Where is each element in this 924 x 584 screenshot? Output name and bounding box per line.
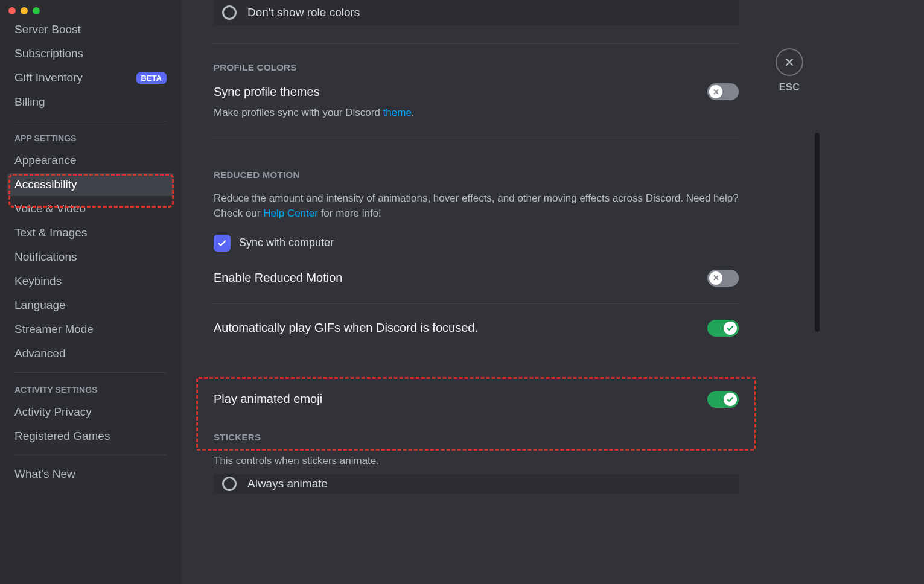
sidebar-item-label: Language bbox=[14, 299, 66, 312]
check-icon bbox=[724, 322, 737, 335]
divider bbox=[214, 303, 739, 304]
sidebar-item-label: Text & Images bbox=[14, 226, 87, 240]
radio-option-dont-show-role-colors[interactable]: Don't show role colors bbox=[214, 0, 739, 25]
setting-title: Automatically play GIFs when Discord is … bbox=[214, 321, 478, 335]
section-title-stickers: STICKERS bbox=[214, 432, 739, 442]
sidebar-item-appearance[interactable]: Appearance bbox=[7, 149, 174, 172]
sidebar-item-label: Appearance bbox=[14, 154, 76, 167]
toggle-play-animated-emoji[interactable] bbox=[707, 391, 739, 408]
sidebar-item-label: Billing bbox=[14, 95, 45, 109]
close-icon bbox=[783, 56, 795, 68]
desc-text: Make profiles sync with your Discord bbox=[214, 107, 383, 118]
desc-text: . bbox=[412, 107, 415, 118]
section-header-app-settings: APP SETTINGS bbox=[7, 129, 174, 148]
setting-sync-profile-themes: Sync profile themes ✕ bbox=[214, 83, 739, 100]
radio-unchecked-icon bbox=[222, 477, 237, 491]
sidebar-item-label: Keybinds bbox=[14, 275, 62, 288]
divider bbox=[214, 139, 739, 139]
x-icon: ✕ bbox=[709, 85, 722, 98]
divider bbox=[214, 43, 739, 44]
theme-link[interactable]: theme bbox=[383, 107, 412, 118]
sidebar-item-activity-privacy[interactable]: Activity Privacy bbox=[7, 401, 174, 424]
sidebar-item-label: Server Boost bbox=[14, 23, 81, 36]
checkbox-label: Sync with computer bbox=[239, 236, 334, 249]
sidebar-item-registered-games[interactable]: Registered Games bbox=[7, 425, 174, 448]
scrollbar-track[interactable] bbox=[815, 0, 820, 584]
toggle-sync-profile-themes[interactable]: ✕ bbox=[707, 83, 739, 100]
setting-description: Make profiles sync with your Discord the… bbox=[214, 105, 739, 121]
close-button[interactable] bbox=[776, 48, 803, 76]
check-icon bbox=[724, 393, 737, 406]
section-header-activity-settings: ACTIVITY SETTINGS bbox=[7, 380, 174, 399]
sidebar-item-label: Voice & Video bbox=[14, 202, 86, 215]
setting-title: Enable Reduced Motion bbox=[214, 271, 342, 285]
close-pane: ESC bbox=[776, 48, 803, 93]
sidebar-item-accessibility[interactable]: Accessibility bbox=[7, 173, 174, 196]
sidebar-item-billing[interactable]: Billing bbox=[7, 90, 174, 113]
help-center-link[interactable]: Help Center bbox=[263, 208, 318, 219]
sidebar-item-keybinds[interactable]: Keybinds bbox=[7, 270, 174, 293]
sidebar-item-label: Streamer Mode bbox=[14, 323, 94, 336]
setting-title: Play animated emoji bbox=[214, 392, 322, 406]
traffic-light-close[interactable] bbox=[8, 7, 16, 14]
traffic-light-maximize[interactable] bbox=[33, 7, 40, 14]
sidebar-item-notifications[interactable]: Notifications bbox=[7, 246, 174, 268]
sidebar-item-label: Activity Privacy bbox=[14, 405, 92, 419]
x-icon: ✕ bbox=[709, 271, 722, 285]
setting-enable-reduced-motion: Enable Reduced Motion ✕ bbox=[214, 270, 739, 287]
sidebar-item-label: Gift Inventory bbox=[14, 71, 83, 84]
sidebar-item-label: Registered Games bbox=[14, 430, 110, 443]
radio-unchecked-icon bbox=[222, 5, 237, 20]
setting-auto-play-gifs: Automatically play GIFs when Discord is … bbox=[214, 320, 739, 337]
sidebar-item-label: Subscriptions bbox=[14, 47, 83, 60]
close-label: ESC bbox=[779, 82, 800, 93]
sidebar-item-label: Notifications bbox=[14, 250, 77, 264]
toggle-auto-play-gifs[interactable] bbox=[707, 320, 739, 337]
sidebar-item-whats-new[interactable]: What's New bbox=[7, 463, 174, 486]
radio-label: Always animate bbox=[247, 477, 328, 490]
scrollbar-thumb[interactable] bbox=[815, 133, 820, 332]
sidebar-item-label: What's New bbox=[14, 468, 75, 481]
setting-play-animated-emoji: Play animated emoji bbox=[214, 391, 739, 408]
checkbox-checked-icon bbox=[214, 235, 231, 252]
setting-description: Reduce the amount and intensity of anima… bbox=[214, 191, 739, 221]
setting-description: This controls when stickers animate. bbox=[214, 453, 739, 469]
traffic-light-minimize[interactable] bbox=[21, 7, 28, 14]
settings-main: Don't show role colors PROFILE COLORS Sy… bbox=[181, 0, 924, 584]
setting-title: Sync profile themes bbox=[214, 85, 320, 99]
checkbox-sync-with-computer[interactable]: Sync with computer bbox=[214, 235, 739, 252]
sidebar-item-language[interactable]: Language bbox=[7, 294, 174, 317]
beta-badge: BETA bbox=[136, 72, 167, 84]
radio-label: Don't show role colors bbox=[247, 6, 360, 19]
divider bbox=[14, 455, 167, 455]
sidebar-item-advanced[interactable]: Advanced bbox=[7, 342, 174, 365]
section-title-reduced-motion: REDUCED MOTION bbox=[214, 170, 739, 180]
sidebar-item-text-images[interactable]: Text & Images bbox=[7, 221, 174, 244]
settings-sidebar: Server Boost Subscriptions Gift Inventor… bbox=[0, 0, 181, 584]
divider bbox=[14, 121, 167, 121]
sidebar-item-streamer-mode[interactable]: Streamer Mode bbox=[7, 318, 174, 341]
toggle-enable-reduced-motion[interactable]: ✕ bbox=[707, 270, 739, 287]
sidebar-item-gift-inventory[interactable]: Gift Inventory BETA bbox=[7, 66, 174, 89]
divider bbox=[14, 372, 167, 373]
sidebar-item-label: Advanced bbox=[14, 347, 66, 360]
section-title-profile-colors: PROFILE COLORS bbox=[214, 62, 739, 72]
sidebar-item-server-boost[interactable]: Server Boost bbox=[7, 18, 174, 41]
window-controls bbox=[8, 7, 40, 14]
radio-option-always-animate[interactable]: Always animate bbox=[214, 474, 739, 494]
sidebar-item-subscriptions[interactable]: Subscriptions bbox=[7, 42, 174, 65]
sidebar-item-voice-video[interactable]: Voice & Video bbox=[7, 197, 174, 220]
sidebar-item-label: Accessibility bbox=[14, 178, 77, 191]
desc-text: for more info! bbox=[318, 208, 381, 219]
